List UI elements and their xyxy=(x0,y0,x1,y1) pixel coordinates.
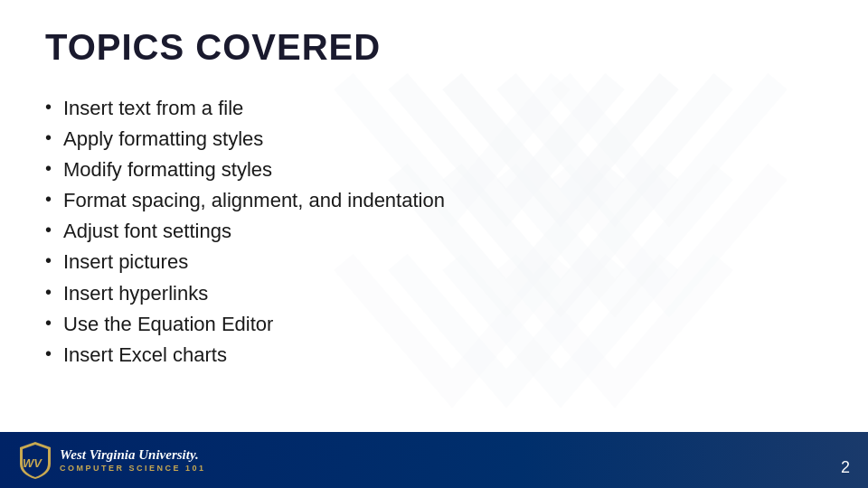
slide-number: 2 xyxy=(841,458,850,477)
bullet-item: Insert pictures xyxy=(45,247,823,277)
svg-text:WV: WV xyxy=(23,456,42,470)
bullet-item: Insert text from a file xyxy=(45,93,823,124)
slide: TOPICS COVERED Insert text from a fileAp… xyxy=(0,0,868,488)
slide-title: TOPICS COVERED xyxy=(45,27,823,68)
university-name: West Virginia University. xyxy=(60,447,206,463)
bullet-list: Insert text from a fileApply formatting … xyxy=(45,93,823,371)
bullet-item: Use the Equation Editor xyxy=(45,309,823,340)
footer-bar: WV West Virginia University. COMPUTER SC… xyxy=(0,432,868,488)
main-content: TOPICS COVERED Insert text from a fileAp… xyxy=(0,0,868,371)
wvu-logo: WV West Virginia University. COMPUTER SC… xyxy=(18,440,206,480)
bullet-item: Modify formatting styles xyxy=(45,155,823,185)
department-label: COMPUTER SCIENCE 101 xyxy=(60,464,206,473)
bullet-item: Apply formatting styles xyxy=(45,124,823,155)
bullet-item: Adjust font settings xyxy=(45,216,823,247)
wvu-shield-icon: WV xyxy=(18,440,52,480)
wvu-text: West Virginia University. COMPUTER SCIEN… xyxy=(60,447,206,474)
bullet-item: Insert hyperlinks xyxy=(45,278,823,309)
bullet-item: Format spacing, alignment, and indentati… xyxy=(45,185,823,216)
bullet-item: Insert Excel charts xyxy=(45,340,823,371)
